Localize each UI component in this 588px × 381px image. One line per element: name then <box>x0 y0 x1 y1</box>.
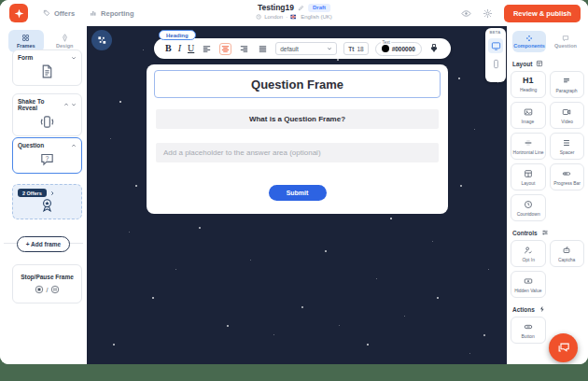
help-chat-button[interactable] <box>549 333 578 362</box>
component-label: Captcha <box>558 257 575 261</box>
countdown-clock-icon <box>524 200 533 209</box>
components-icon <box>525 35 533 42</box>
align-center-button[interactable] <box>219 43 231 55</box>
component-paragraph[interactable]: Paragraph <box>550 71 585 98</box>
chevron-up-icon[interactable] <box>63 102 69 107</box>
tab-components[interactable]: Components <box>512 31 546 52</box>
component-label: Progress Bar <box>553 180 581 185</box>
selected-element-tag: Heading <box>159 30 196 40</box>
shake-phone-icon <box>39 114 55 130</box>
pencil-icon[interactable] <box>298 5 304 11</box>
frame-card-form[interactable]: Form <box>12 49 82 86</box>
project-location: London <box>264 14 283 20</box>
section-title: Actions <box>512 306 535 313</box>
text-color-control[interactable]: Text #000000 <box>375 42 422 56</box>
stop-pause-frame-card[interactable]: Stop/Pause Frame / <box>12 264 82 303</box>
section-header-layout: Layout <box>512 60 582 67</box>
opt-in-icon <box>524 246 533 255</box>
align-left-icon <box>202 44 212 54</box>
chevron-up-icon[interactable] <box>71 143 77 148</box>
component-captcha[interactable]: Captcha <box>550 240 585 267</box>
tab-frames-label: Frames <box>17 43 35 49</box>
app-window: Offers Reporting Testing19 Draft London … <box>0 0 588 364</box>
paragraph-icon <box>562 77 571 86</box>
starfield-decoration <box>87 26 88 27</box>
component-label: Heading <box>520 88 537 92</box>
grid-icon <box>21 34 30 42</box>
uk-flag-icon <box>290 14 298 20</box>
answer-placeholder-field[interactable]: Add a placeholder to the answer area (op… <box>156 143 439 162</box>
component-label: Horizontal Line <box>512 149 543 154</box>
offers-count-badge: 2 Offers <box>18 189 47 197</box>
font-size-control[interactable]: Tt 18 <box>343 42 368 55</box>
component-countdown[interactable]: Countdown <box>511 194 546 221</box>
font-family-value: default <box>280 46 299 52</box>
chevron-down-icon[interactable] <box>71 102 77 107</box>
frame-label: Shake To Reveal <box>18 98 63 111</box>
chat-bubbles-icon <box>556 341 570 355</box>
component-hidden-value[interactable]: Hidden Value <box>511 271 546 298</box>
status-badge: Draft <box>308 4 330 12</box>
component-heading[interactable]: H1 Heading <box>511 71 546 98</box>
section-title: Controls <box>512 230 538 236</box>
add-frame-button[interactable]: + Add frame <box>17 236 71 252</box>
component-layout[interactable]: Layout <box>511 163 546 190</box>
tab-components-label: Components <box>513 43 545 49</box>
underline-button[interactable]: U <box>188 44 194 53</box>
question-heading-field[interactable]: Question Frame <box>154 70 441 98</box>
component-spacer[interactable]: Spacer <box>550 133 585 160</box>
progress-bar-icon <box>562 169 571 178</box>
chevron-right-icon[interactable] <box>49 190 55 196</box>
italic-button[interactable]: I <box>178 44 181 53</box>
align-left-button[interactable] <box>201 43 213 55</box>
preview-eye-icon[interactable] <box>461 8 471 19</box>
review-publish-button[interactable]: Review & publish <box>504 5 581 22</box>
component-opt-in[interactable]: Opt In <box>511 240 546 267</box>
component-label: Image <box>522 119 535 123</box>
chevron-down-icon[interactable] <box>71 55 77 61</box>
h1-icon: H1 <box>523 77 534 85</box>
nav-offers[interactable]: Offers <box>43 9 75 18</box>
frame-card-offers[interactable]: 2 Offers <box>12 184 82 219</box>
canvas-widget-button[interactable] <box>91 30 112 50</box>
app-logo[interactable] <box>9 4 28 22</box>
monitor-icon <box>491 41 501 51</box>
horizontal-line-icon <box>524 138 533 148</box>
align-right-button[interactable] <box>238 43 250 55</box>
component-label: Opt In <box>522 257 534 261</box>
phone-icon <box>491 59 501 69</box>
component-label: Layout <box>521 180 535 185</box>
section-header-actions: Actions <box>512 305 582 313</box>
project-language: English (UK) <box>301 14 332 20</box>
image-icon <box>524 107 533 117</box>
component-image[interactable]: Image <box>511 102 546 129</box>
color-swatch <box>382 45 389 52</box>
question-text-field[interactable]: What is a Question Frame? <box>156 109 439 129</box>
tab-question-settings[interactable]: Question <box>549 31 582 52</box>
component-video[interactable]: Video <box>550 102 585 129</box>
project-info: Testing19 Draft London · English (UK) <box>256 3 332 20</box>
component-horizontal-line[interactable]: Horizontal Line <box>511 133 546 160</box>
font-size-icon: Tt <box>348 46 354 52</box>
submit-button[interactable]: Submit <box>269 185 327 201</box>
desktop-view-button[interactable] <box>488 38 503 53</box>
component-button[interactable]: Button <box>511 317 546 344</box>
settings-gear-icon[interactable] <box>483 8 493 19</box>
tag-icon <box>43 9 50 17</box>
component-progress-bar[interactable]: Progress Bar <box>550 163 585 190</box>
component-label: Paragraph <box>556 88 578 92</box>
tab-design-label: Design <box>56 43 73 49</box>
question-bubble-icon: ? <box>39 151 55 167</box>
nav-reporting[interactable]: Reporting <box>90 9 133 18</box>
frame-card-shake-to-reveal[interactable]: Shake To Reveal <box>12 93 82 136</box>
font-family-dropdown[interactable]: default <box>275 42 337 55</box>
spacer-icon <box>562 138 571 148</box>
align-justify-button[interactable] <box>257 43 269 55</box>
sliders-icon <box>541 229 549 236</box>
align-right-icon <box>239 44 249 54</box>
mobile-view-button[interactable] <box>488 56 503 71</box>
device-toggle-panel: BETA <box>485 28 506 82</box>
frame-card-question[interactable]: Question ? <box>12 137 82 174</box>
style-brush-button[interactable] <box>428 43 440 54</box>
bold-button[interactable]: B <box>165 44 172 53</box>
